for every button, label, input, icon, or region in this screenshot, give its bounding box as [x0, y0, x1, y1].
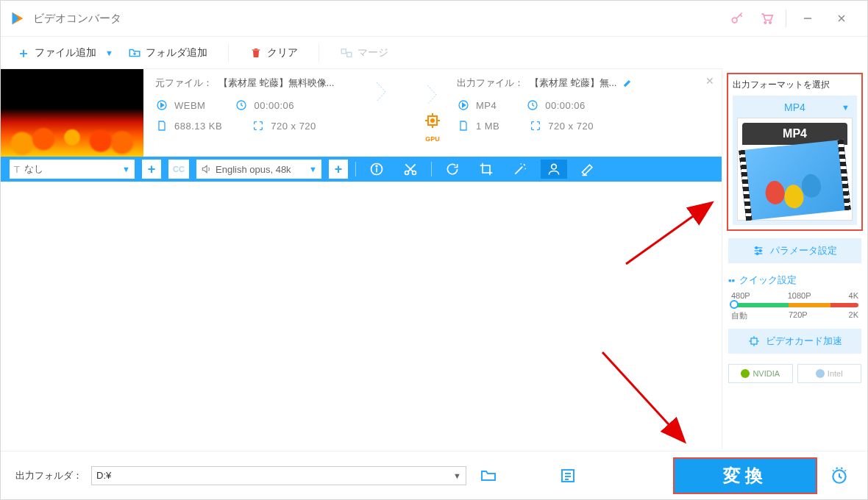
open-folder-icon[interactable]	[475, 463, 502, 489]
remove-file-icon[interactable]: ✕	[705, 75, 714, 87]
slider-label: 2K	[849, 310, 858, 321]
subtitle-dropdown[interactable]: T なし ▼	[10, 160, 135, 179]
svg-rect-29	[751, 338, 757, 344]
subtitle-t-icon: T	[14, 164, 20, 175]
slider-label: 720P	[789, 310, 808, 321]
src-size: 688.13 KB	[174, 121, 222, 132]
format-thumbnail: MP4	[737, 118, 853, 221]
format-selector[interactable]: MP4 ▼ MP4	[733, 96, 857, 225]
rotate-icon[interactable]	[439, 160, 466, 179]
nvidia-label: NVIDIA	[753, 369, 780, 378]
svg-rect-5	[347, 52, 352, 57]
info-icon[interactable]	[363, 160, 390, 179]
cc-button[interactable]: CC	[168, 160, 189, 179]
play-circle-icon	[155, 99, 168, 112]
file-icon	[155, 119, 168, 132]
output-file-name: 【素材屋 蛇藤】無...	[530, 76, 616, 90]
convert-button[interactable]: 変換	[673, 457, 817, 494]
add-folder-button[interactable]: フォルダ追加	[124, 43, 212, 63]
play-circle-icon	[457, 99, 470, 112]
format-panel-title: 出力フォーマットを選択	[733, 79, 857, 91]
app-logo-icon	[10, 10, 26, 26]
chip-icon	[748, 335, 760, 347]
right-panel: 出力フォーマットを選択 MP4 ▼ MP4 パラメータ設定 ▪▪クイック設定	[722, 68, 867, 449]
crop-icon[interactable]	[473, 160, 499, 179]
format-highlight-box: 出力フォーマットを選択 MP4 ▼ MP4	[727, 73, 863, 231]
merge-button: マージ	[335, 43, 393, 63]
subtitle-value: なし	[24, 162, 118, 176]
chevron-down-icon[interactable]: ▼	[842, 103, 850, 112]
svg-point-18	[376, 165, 377, 167]
svg-point-27	[759, 250, 761, 252]
clock-icon	[235, 99, 248, 112]
watermark-icon[interactable]	[541, 160, 567, 179]
add-audio-button[interactable]: +	[329, 160, 348, 179]
app-title: ビデオコンバータ	[33, 12, 121, 26]
slider-label: 480P	[731, 291, 750, 300]
cart-icon[interactable]	[752, 4, 781, 33]
output-folder-dropdown[interactable]: D:¥ ▼	[91, 466, 466, 485]
file-actionbar: T なし ▼ + CC English opus, 48k ▼ +	[1, 157, 722, 182]
nvidia-chip[interactable]: NVIDIA	[728, 364, 793, 383]
format-name: MP4	[784, 101, 805, 113]
resolution-icon	[529, 119, 542, 132]
svg-point-28	[756, 253, 758, 255]
out-duration: 00:00:06	[545, 100, 586, 111]
src-format: WEBM	[174, 100, 205, 111]
clock-icon	[526, 99, 539, 112]
intel-logo-icon	[816, 369, 825, 378]
svg-point-26	[755, 247, 758, 249]
src-duration: 00:00:06	[254, 100, 294, 111]
add-file-label: ファイル追加	[35, 46, 96, 60]
output-file-label: 出力ファイル：	[457, 76, 524, 90]
gpu-chip-icon	[424, 112, 441, 129]
video-thumbnail[interactable]	[1, 69, 143, 157]
output-folder-label: 出力フォルダ：	[15, 469, 82, 482]
sliders-icon	[753, 245, 764, 257]
close-icon[interactable]	[825, 4, 858, 33]
cut-icon[interactable]	[397, 160, 424, 179]
task-list-icon[interactable]	[555, 463, 581, 489]
source-file-label: 元ファイル：	[155, 76, 213, 90]
clear-label: クリア	[267, 46, 298, 60]
slider-label: 1080P	[788, 291, 811, 300]
add-file-button[interactable]: ＋ ファイル追加 ▼	[13, 41, 118, 65]
slider-knob[interactable]	[730, 300, 739, 309]
resolution-icon	[252, 119, 265, 132]
svg-rect-4	[341, 49, 346, 53]
chevron-down-icon: ▼	[309, 165, 317, 174]
quality-slider[interactable]	[731, 303, 858, 307]
conversion-arrow: GPU	[420, 69, 445, 157]
svg-point-21	[552, 164, 557, 169]
minimize-icon[interactable]	[791, 4, 825, 33]
subtitle-edit-icon[interactable]	[574, 160, 601, 179]
hardware-accel-button[interactable]: ビデオカード加速	[728, 329, 861, 354]
svg-point-1	[764, 22, 766, 24]
quick-icon: ▪▪	[728, 275, 735, 286]
file-row[interactable]: 元ファイル： 【素材屋 蛇藤】無料映像... WEBM 00:00:06 688…	[1, 68, 722, 157]
file-icon	[457, 119, 470, 132]
parameter-settings-button[interactable]: パラメータ設定	[728, 238, 861, 263]
src-resolution: 720 x 720	[271, 121, 316, 132]
merge-icon	[340, 46, 353, 60]
quick-title: クイック設定	[739, 274, 797, 287]
titlebar: ビデオコンバータ	[1, 1, 867, 36]
hw-accel-label: ビデオカード加速	[766, 335, 842, 348]
audio-dropdown[interactable]: English opus, 48k ▼	[196, 160, 321, 179]
edit-icon[interactable]	[622, 78, 633, 88]
add-subtitle-button[interactable]: +	[142, 160, 161, 179]
clear-button[interactable]: クリア	[245, 43, 302, 63]
svg-point-0	[732, 18, 737, 23]
slider-label: 自動	[731, 310, 747, 321]
schedule-icon[interactable]	[826, 463, 853, 489]
convert-label: 変換	[723, 464, 767, 488]
plus-icon: ＋	[17, 44, 30, 62]
svg-point-2	[769, 22, 772, 24]
effects-icon[interactable]	[507, 160, 533, 179]
chevron-down-icon[interactable]: ▼	[105, 49, 113, 57]
bottom-bar: 出力フォルダ： D:¥ ▼ 変換	[1, 451, 867, 499]
intel-label: Intel	[828, 369, 843, 378]
svg-point-9	[430, 118, 435, 123]
key-icon[interactable]	[722, 4, 752, 33]
out-format: MP4	[476, 100, 497, 111]
